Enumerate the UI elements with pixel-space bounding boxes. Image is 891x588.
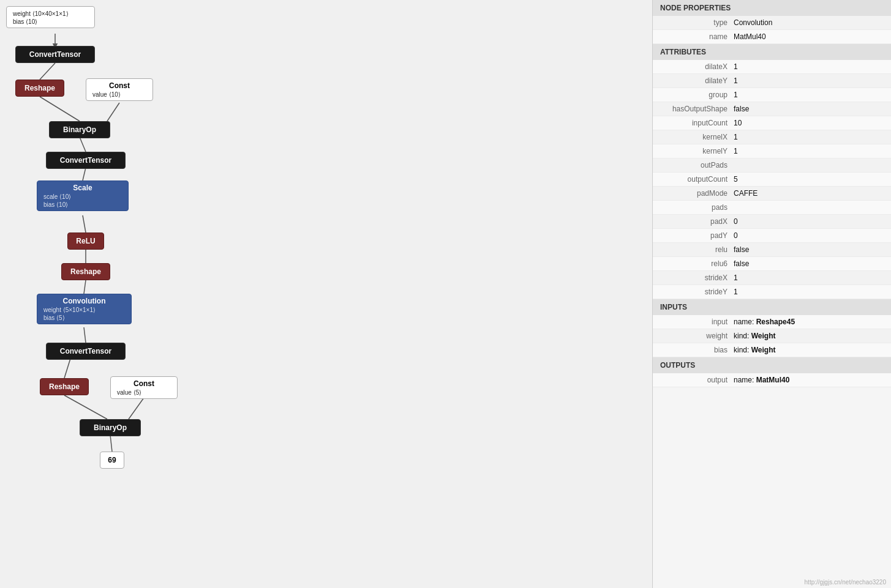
attr-val-padMode: CAFFE bbox=[734, 189, 758, 198]
attr-row-group: group1 bbox=[653, 88, 891, 102]
attr-key-strideX: strideX bbox=[660, 274, 734, 282]
attr-val-hasOutputShape: false bbox=[734, 105, 749, 113]
attributes-header: ATTRIBUTES bbox=[653, 44, 891, 60]
svg-line-8 bbox=[84, 280, 86, 294]
input-desc-bias: kind: Weight bbox=[734, 346, 775, 354]
attr-val-dilateX: 1 bbox=[734, 62, 738, 71]
attr-row-padMode: padModeCAFFE bbox=[653, 187, 891, 201]
attr-row-padY: padY0 bbox=[653, 229, 891, 243]
reshape-1-node[interactable]: Reshape bbox=[15, 80, 64, 97]
attr-key-outPads: outPads bbox=[660, 161, 734, 169]
convert-tensor-2-node[interactable]: ConvertTensor bbox=[46, 152, 126, 169]
reshape-2-node[interactable]: Reshape bbox=[61, 263, 110, 280]
input-row-weight: weightkind: Weight bbox=[653, 329, 891, 343]
input-desc-input: name: Reshape45 bbox=[734, 318, 795, 326]
attr-key-strideY: strideY bbox=[660, 288, 734, 296]
input-desc-weight: kind: Weight bbox=[734, 332, 775, 340]
attr-key-relu6: relu6 bbox=[660, 259, 734, 268]
attr-row-outPads: outPads bbox=[653, 158, 891, 173]
attr-row-strideY: strideY1 bbox=[653, 285, 891, 299]
relu-node[interactable]: ReLU bbox=[67, 233, 104, 250]
svg-line-3 bbox=[107, 103, 119, 121]
weight-bias-node[interactable]: weight ⟨10×40×1×1⟩ bias ⟨10⟩ bbox=[6, 6, 95, 28]
weight-bias-label2: bias ⟨10⟩ bbox=[13, 18, 88, 25]
reshape-2-label: Reshape bbox=[69, 267, 102, 276]
attr-val-strideY: 1 bbox=[734, 288, 738, 296]
attr-row-inputCount: inputCount10 bbox=[653, 116, 891, 130]
attr-key-outputCount: outputCount bbox=[660, 175, 734, 184]
attr-key-inputCount: inputCount bbox=[660, 119, 734, 127]
input-row-bias: biaskind: Weight bbox=[653, 343, 891, 357]
scale-sub1: scale ⟨10⟩ bbox=[43, 193, 122, 200]
attr-val-group: 1 bbox=[734, 91, 738, 99]
scale-node[interactable]: Scale scale ⟨10⟩ bias ⟨10⟩ bbox=[37, 180, 129, 211]
attr-key-padX: padX bbox=[660, 217, 734, 226]
convolution-node[interactable]: Convolution weight ⟨5×10×1×1⟩ bias ⟨5⟩ bbox=[37, 294, 132, 324]
attr-val-dilateY: 1 bbox=[734, 76, 738, 85]
input-row-input: inputname: Reshape45 bbox=[653, 315, 891, 329]
output-node[interactable]: 69 bbox=[100, 452, 124, 469]
const-1-node[interactable]: Const value ⟨10⟩ bbox=[86, 78, 153, 101]
convert-tensor-3-label: ConvertTensor bbox=[54, 347, 118, 355]
name-label: name bbox=[660, 32, 734, 41]
attr-key-kernelY: kernelY bbox=[660, 147, 734, 155]
output-row-output: outputname: MatMul40 bbox=[653, 373, 891, 387]
convert-tensor-1-node[interactable]: ConvertTensor bbox=[15, 46, 95, 63]
input-role-bias: bias bbox=[660, 346, 734, 354]
svg-line-6 bbox=[83, 215, 86, 233]
attr-val-strideX: 1 bbox=[734, 274, 738, 282]
attr-row-dilateX: dilateX1 bbox=[653, 60, 891, 74]
type-label: type bbox=[660, 18, 734, 27]
weight-bias-label1: weight ⟨10×40×1×1⟩ bbox=[13, 10, 88, 17]
conv-sub2: bias ⟨5⟩ bbox=[43, 314, 125, 321]
name-value: MatMul40 bbox=[734, 32, 766, 41]
binary-op-1-label: BinaryOp bbox=[57, 125, 102, 134]
inputs-container: inputname: Reshape45weightkind: Weightbi… bbox=[653, 315, 891, 357]
attr-key-padY: padY bbox=[660, 231, 734, 240]
svg-line-9 bbox=[84, 327, 86, 343]
svg-line-4 bbox=[80, 137, 86, 152]
svg-line-11 bbox=[64, 395, 107, 419]
const-2-node[interactable]: Const value ⟨5⟩ bbox=[110, 376, 178, 399]
attr-row-strideX: strideX1 bbox=[653, 271, 891, 285]
attributes-container: dilateX1dilateY1group1hasOutputShapefals… bbox=[653, 60, 891, 299]
input-role-weight: weight bbox=[660, 332, 734, 340]
attr-row-kernelX: kernelX1 bbox=[653, 130, 891, 144]
attr-row-outputCount: outputCount5 bbox=[653, 173, 891, 187]
attr-key-dilateX: dilateX bbox=[660, 62, 734, 71]
svg-line-1 bbox=[40, 63, 55, 80]
convert-tensor-2-label: ConvertTensor bbox=[54, 156, 118, 165]
attr-val-kernelY: 1 bbox=[734, 147, 738, 155]
convolution-label: Convolution bbox=[43, 297, 125, 305]
attr-key-kernelX: kernelX bbox=[660, 133, 734, 141]
scale-label: Scale bbox=[43, 184, 122, 192]
binary-op-1-node[interactable]: BinaryOp bbox=[49, 121, 110, 138]
convert-tensor-3-node[interactable]: ConvertTensor bbox=[46, 343, 126, 360]
binary-op-2-label: BinaryOp bbox=[88, 423, 133, 432]
attr-val-padY: 0 bbox=[734, 231, 738, 240]
attr-val-relu: false bbox=[734, 245, 749, 254]
svg-line-13 bbox=[110, 435, 112, 452]
attr-row-kernelY: kernelY1 bbox=[653, 144, 891, 158]
reshape-3-label: Reshape bbox=[48, 382, 81, 391]
canvas-area[interactable]: weight ⟨10×40×1×1⟩ bias ⟨10⟩ ConvertTens… bbox=[0, 0, 652, 588]
svg-line-5 bbox=[83, 168, 86, 180]
properties-panel: NODE PROPERTIES type Convolution name Ma… bbox=[652, 0, 891, 588]
footer-url: http://gjgjs.cn/net/nechao3220 bbox=[805, 579, 886, 586]
attr-row-pads: pads bbox=[653, 201, 891, 215]
convert-tensor-1-label: ConvertTensor bbox=[23, 50, 87, 59]
conv-sub1: weight ⟨5×10×1×1⟩ bbox=[43, 307, 125, 313]
attr-key-hasOutputShape: hasOutputShape bbox=[660, 105, 734, 113]
attr-val-padX: 0 bbox=[734, 217, 738, 226]
outputs-header: OUTPUTS bbox=[653, 357, 891, 373]
attr-key-dilateY: dilateY bbox=[660, 76, 734, 85]
const-1-value: value ⟨10⟩ bbox=[92, 91, 146, 98]
node-properties-header: NODE PROPERTIES bbox=[653, 0, 891, 16]
binary-op-2-node[interactable]: BinaryOp bbox=[80, 419, 141, 436]
attr-key-padMode: padMode bbox=[660, 189, 734, 198]
name-row: name MatMul40 bbox=[653, 30, 891, 44]
reshape-3-node[interactable]: Reshape bbox=[40, 378, 89, 395]
attr-val-outputCount: 5 bbox=[734, 175, 738, 184]
reshape-1-label: Reshape bbox=[23, 84, 56, 92]
output-role-output: output bbox=[660, 376, 734, 384]
